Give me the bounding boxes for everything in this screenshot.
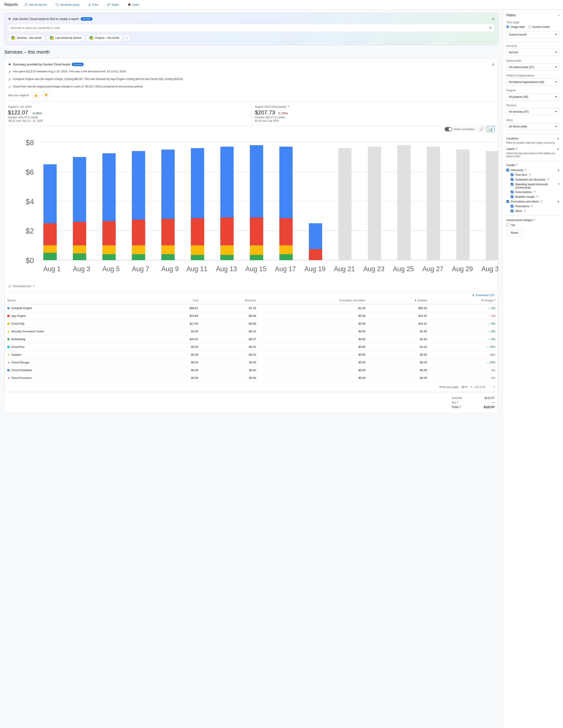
- credits-help-icon[interactable]: ?: [516, 163, 518, 167]
- svg-rect-16: [73, 245, 86, 254]
- filters-expand-icon[interactable]: ›: [558, 13, 560, 17]
- line-chart-button[interactable]: 📈: [477, 126, 486, 132]
- svg-rect-15: [73, 222, 86, 245]
- tax-checkbox[interactable]: [506, 224, 509, 226]
- quick-tab-next[interactable]: ›: [124, 34, 130, 41]
- cell-change: ↓ -6%: [430, 335, 498, 343]
- reset-button[interactable]: Reset: [506, 229, 523, 236]
- show-cumulative-toggle[interactable]: Show cumulative: [445, 127, 475, 131]
- group-by-select[interactable]: Service: [506, 49, 560, 56]
- quick-tab-invoice[interactable]: G Last invoice by service: [47, 34, 85, 41]
- usage-date-radio-label[interactable]: Usage date: [506, 25, 525, 28]
- table-section: ⬇ Download CSV Service Cost Discounts Pr…: [5, 291, 498, 413]
- labels-help-icon[interactable]: ?: [515, 147, 517, 151]
- projects-select[interactable]: All projects (55): [506, 93, 560, 100]
- quick-tab-projects[interactable]: G Projects – this month: [86, 34, 122, 41]
- sustained-use-check: Sustained use discounts ?: [511, 178, 560, 181]
- cell-promotions: $0.00: [258, 335, 368, 343]
- subaccounts-select[interactable]: All subaccounts (27): [506, 64, 560, 71]
- summary-collapse-icon[interactable]: ∧: [492, 62, 495, 67]
- free-tiers-help-icon[interactable]: ?: [529, 173, 530, 177]
- change-help-icon[interactable]: ?: [494, 299, 495, 302]
- google-cloud-icon: G: [11, 36, 15, 40]
- promotions-help-icon[interactable]: ?: [541, 200, 543, 203]
- tax-check: Tax: [506, 223, 560, 227]
- cell-promotions: $0.00: [258, 343, 368, 351]
- spending-based-checkbox[interactable]: [511, 183, 513, 186]
- locations-section: Locations ∨ Filter by location data like…: [506, 136, 560, 144]
- cell-subtotal: $1.02: [368, 343, 430, 351]
- promotions-collapse-icon[interactable]: ∧: [557, 200, 560, 203]
- learn-link[interactable]: 🎓 Learn: [126, 2, 141, 7]
- free-tiers-checkbox[interactable]: [511, 173, 513, 176]
- svg-rect-33: [191, 255, 204, 260]
- next-page-button[interactable]: ›: [493, 384, 495, 390]
- subaccounts-filter: Subaccounts All subaccounts (27): [506, 59, 560, 71]
- quick-tab-invoice-label: Last invoice by service: [55, 36, 81, 39]
- current-month-select[interactable]: Current month: [506, 31, 560, 38]
- labels-header[interactable]: Labels ? ∨: [506, 147, 560, 151]
- print-link[interactable]: 🖨 Print: [86, 2, 100, 7]
- discounts-checkbox[interactable]: [506, 169, 509, 171]
- gemini-text-input[interactable]: [11, 26, 489, 30]
- other-checkbox[interactable]: [511, 210, 513, 212]
- metric-forecasted-value: $207.73: [255, 109, 275, 116]
- reseller-margin-checkbox[interactable]: [511, 195, 513, 198]
- folders-label: Folders & Organizations: [506, 74, 560, 77]
- invoice-level-help-icon[interactable]: ?: [533, 218, 535, 222]
- thumbs-up-button[interactable]: 👍: [32, 92, 39, 98]
- locations-header[interactable]: Locations ∨: [506, 136, 560, 140]
- download-csv-button[interactable]: ⬇ Download CSV: [472, 294, 495, 297]
- svg-text:Aug 27: Aug 27: [423, 265, 444, 273]
- skus-select[interactable]: All SKUs (408): [506, 123, 560, 130]
- reseller-margin-help-icon[interactable]: ?: [537, 195, 538, 199]
- cell-subtotal: $18.62: [368, 312, 430, 320]
- subtotal-sort-icon[interactable]: ⬇: [415, 299, 417, 302]
- download-icon: ⬇: [472, 294, 474, 297]
- subscriptions-help-icon[interactable]: ?: [534, 190, 535, 194]
- rows-per-page-select[interactable]: 10 25 50: [460, 385, 468, 389]
- total-help-icon[interactable]: ?: [459, 406, 461, 409]
- other-help-icon[interactable]: ?: [524, 209, 526, 213]
- svg-text:Aug 11: Aug 11: [186, 265, 207, 273]
- labels-desc: Select the key and values of the labels …: [506, 152, 560, 158]
- invoice-month-radio[interactable]: [528, 25, 531, 28]
- spending-based-help-icon[interactable]: ?: [558, 183, 560, 186]
- promotions-sub-help-icon[interactable]: ?: [531, 205, 533, 208]
- tax-help-icon[interactable]: ?: [457, 401, 458, 404]
- forecasted-help-icon2[interactable]: ?: [33, 285, 34, 288]
- collapse-icon[interactable]: ∧: [492, 17, 495, 21]
- bar-chart-button[interactable]: 📊: [487, 126, 495, 132]
- quick-tab-services[interactable]: G Services – this month: [8, 34, 45, 41]
- cell-change: ↓ -76%: [430, 343, 498, 351]
- table-row: Networking $10.91 -$9.27 $0.00 $1.64 ↓ -…: [5, 335, 498, 343]
- cell-promotions: $0.00: [258, 320, 368, 328]
- col-change: % Change ?: [430, 297, 498, 304]
- discounts-collapse-icon[interactable]: ∧: [557, 168, 560, 172]
- cell-promotions: $0.00: [258, 366, 368, 374]
- forecasted-help-icon[interactable]: ?: [288, 105, 289, 108]
- tax-filter-label: Tax: [511, 223, 515, 227]
- promotions-checkbox[interactable]: [506, 200, 509, 203]
- services-select[interactable]: All services (47): [506, 108, 560, 115]
- svg-rect-36: [220, 245, 234, 255]
- usage-date-radio[interactable]: [506, 25, 509, 28]
- promotions-sub-checkbox[interactable]: [511, 205, 513, 208]
- see-all-reports-link[interactable]: ☰ See all reports: [23, 2, 48, 7]
- toggle-switch[interactable]: [445, 127, 452, 131]
- folders-select[interactable]: All folders/organizations (28): [506, 78, 560, 86]
- subscriptions-checkbox[interactable]: [511, 191, 513, 193]
- sustained-use-help-icon[interactable]: ?: [547, 178, 549, 181]
- svg-rect-44: [279, 245, 293, 254]
- invoice-month-radio-label[interactable]: Invoice month: [528, 25, 550, 28]
- share-link[interactable]: 🔗 Share: [105, 2, 121, 7]
- discounts-help-icon[interactable]: ?: [525, 168, 527, 172]
- sustained-use-checkbox[interactable]: [511, 178, 513, 181]
- prev-page-button[interactable]: ‹: [488, 384, 491, 390]
- metric-current-label: August 1–19, 2024: [8, 105, 248, 108]
- thumbs-down-button[interactable]: 👎: [42, 92, 50, 98]
- svg-rect-27: [161, 219, 175, 245]
- svg-rect-43: [279, 218, 293, 246]
- svg-text:$8: $8: [26, 138, 34, 147]
- generate-query-link[interactable]: 🔍 Generate query: [54, 2, 81, 7]
